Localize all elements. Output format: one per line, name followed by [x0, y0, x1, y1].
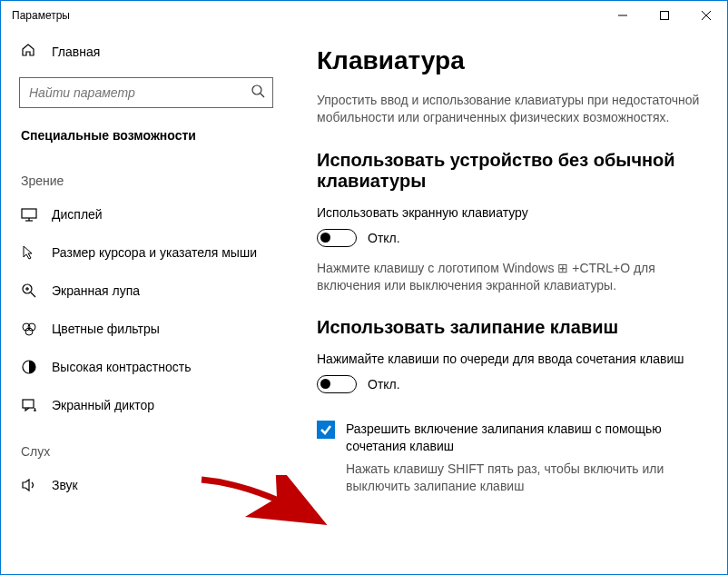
nav-label: Цветные фильтры — [52, 322, 160, 336]
osk-toggle[interactable] — [317, 229, 357, 247]
sticky-shortcut-label: Разрешить включение залипания клавиш с п… — [346, 421, 702, 455]
category-header: Специальные возможности — [1, 121, 291, 154]
nav-cursor-size[interactable]: Размер курсора и указателя мыши — [1, 233, 291, 272]
color-filter-icon — [21, 321, 37, 337]
windows-logo-icon: ⊞ — [557, 261, 568, 275]
sticky-label: Нажимайте клавиши по очереди для ввода с… — [317, 351, 702, 368]
sticky-shortcut-row: Разрешить включение залипания клавиш с п… — [317, 421, 702, 455]
section-heading-osk: Использовать устройство без обычной клав… — [317, 150, 702, 192]
nav-label: Высокая контрастность — [52, 360, 191, 374]
window-controls — [602, 1, 727, 30]
subcategory-vision: Зрение — [1, 154, 291, 195]
sticky-shortcut-hint: Нажать клавишу SHIFT пять раз, чтобы вкл… — [346, 461, 702, 495]
main-panel: Клавиатура Упростить ввод и использовани… — [291, 30, 727, 574]
nav-display[interactable]: Дисплей — [1, 195, 291, 233]
svg-rect-6 — [22, 209, 36, 218]
nav-color-filters[interactable]: Цветные фильтры — [1, 310, 291, 348]
contrast-icon — [21, 359, 37, 375]
nav-label: Экранный диктор — [52, 398, 154, 412]
nav-label: Дисплей — [52, 207, 103, 222]
svg-line-5 — [261, 94, 264, 97]
magnifier-icon — [21, 283, 37, 299]
svg-rect-1 — [661, 12, 669, 20]
nav-narrator[interactable]: Экранный диктор — [1, 386, 291, 424]
window-title: Параметры — [12, 9, 70, 22]
nav-magnifier[interactable]: Экранная лупа — [1, 272, 291, 310]
nav-label: Экранная лупа — [52, 283, 140, 298]
sticky-toggle[interactable] — [317, 375, 357, 393]
page-title: Клавиатура — [317, 46, 702, 75]
nav-high-contrast[interactable]: Высокая контрастность — [1, 348, 291, 386]
section-heading-sticky: Использовать залипание клавиш — [317, 317, 702, 338]
sticky-toggle-state: Откл. — [368, 377, 400, 392]
minimize-button[interactable] — [602, 1, 644, 30]
osk-toggle-row: Откл. — [317, 229, 702, 247]
sidebar: Главная Специальные возможности Зрение Д… — [1, 30, 291, 574]
osk-toggle-state: Откл. — [368, 231, 400, 245]
svg-line-10 — [31, 292, 35, 297]
svg-rect-17 — [23, 400, 34, 408]
osk-hint: Нажмите клавишу с логотипом Windows ⊞ +C… — [317, 260, 702, 294]
title-bar: Параметры — [1, 1, 727, 30]
search-icon — [251, 84, 265, 102]
display-icon — [21, 206, 37, 223]
close-button[interactable] — [685, 1, 727, 30]
nav-label: Размер курсора и указателя мыши — [52, 245, 257, 260]
osk-label: Использовать экранную клавиатуру — [317, 204, 702, 222]
nav-sound[interactable]: Звук — [1, 466, 291, 493]
subcategory-hearing: Слух — [1, 424, 291, 466]
page-description: Упростить ввод и использование клавиатур… — [317, 92, 702, 126]
cursor-icon — [21, 244, 37, 261]
search-input[interactable] — [29, 85, 251, 100]
sticky-toggle-row: Откл. — [317, 375, 702, 393]
svg-point-4 — [252, 85, 261, 94]
home-nav[interactable]: Главная — [1, 34, 291, 70]
search-box[interactable] — [19, 77, 273, 108]
home-icon — [21, 43, 35, 61]
home-label: Главная — [52, 45, 100, 59]
nav-label: Звук — [52, 478, 78, 492]
sticky-shortcut-checkbox[interactable] — [317, 421, 335, 439]
narrator-icon — [21, 397, 37, 413]
maximize-button[interactable] — [644, 1, 685, 30]
sound-icon — [21, 477, 37, 493]
